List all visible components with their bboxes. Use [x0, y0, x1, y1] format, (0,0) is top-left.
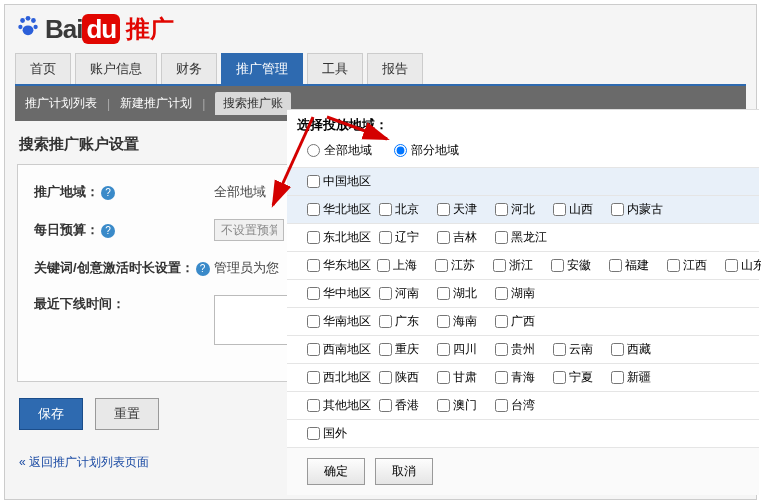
checkbox-region[interactable]: 华中地区 [307, 285, 371, 302]
region-row: 东北地区辽宁吉林黑龙江 [287, 223, 759, 251]
region-row: 华南地区广东海南广西 [287, 307, 759, 335]
reset-button[interactable]: 重置 [95, 398, 159, 430]
value-region: 全部地域 [214, 183, 266, 201]
main-nav: 首页账户信息财务推广管理工具报告 [15, 53, 746, 86]
value-keyword: 管理员为您 [214, 259, 279, 277]
radio-partial-regions[interactable]: 部分地域 [394, 142, 459, 159]
popup-footer: 确定 取消 [287, 447, 759, 495]
checkbox-city[interactable]: 黑龙江 [495, 229, 547, 246]
checkbox-city[interactable]: 香港 [379, 397, 429, 414]
checkbox-foreign[interactable]: 国外 [307, 425, 369, 442]
region-row: 华北地区北京天津河北山西内蒙古 [287, 195, 759, 223]
logo: Baidu 推广 [15, 13, 746, 45]
checkbox-region[interactable]: 华东地区 [307, 257, 369, 274]
checkbox-city[interactable]: 上海 [377, 257, 427, 274]
sub-nav-plan-list[interactable]: 推广计划列表 [25, 95, 97, 112]
svg-point-1 [26, 16, 31, 21]
checkbox-city[interactable]: 广西 [495, 313, 545, 330]
popup-title: 选择投放地域： [287, 110, 759, 138]
main-tab-1[interactable]: 账户信息 [75, 53, 157, 84]
checkbox-city[interactable]: 内蒙古 [611, 201, 663, 218]
svg-point-2 [31, 18, 36, 23]
checkbox-city[interactable]: 河南 [379, 285, 429, 302]
checkbox-region[interactable]: 东北地区 [307, 229, 371, 246]
checkbox-city[interactable]: 四川 [437, 341, 487, 358]
checkbox-city[interactable]: 重庆 [379, 341, 429, 358]
checkbox-city[interactable]: 天津 [437, 201, 487, 218]
paw-icon [15, 14, 41, 44]
checkbox-city[interactable]: 甘肃 [437, 369, 487, 386]
main-tab-5[interactable]: 报告 [367, 53, 423, 84]
main-tab-2[interactable]: 财务 [161, 53, 217, 84]
radio-row: 全部地域 部分地域 [287, 138, 759, 167]
checkbox-region[interactable]: 华北地区 [307, 201, 371, 218]
checkbox-city[interactable]: 安徽 [551, 257, 601, 274]
checkbox-city[interactable]: 青海 [495, 369, 545, 386]
checkbox-city[interactable]: 北京 [379, 201, 429, 218]
checkbox-city[interactable]: 海南 [437, 313, 487, 330]
help-icon[interactable]: ? [101, 224, 115, 238]
save-button[interactable]: 保存 [19, 398, 83, 430]
checkbox-region[interactable]: 其他地区 [307, 397, 371, 414]
main-tab-4[interactable]: 工具 [307, 53, 363, 84]
checkbox-city[interactable]: 陕西 [379, 369, 429, 386]
region-row: 其他地区香港澳门台湾 [287, 391, 759, 419]
svg-point-3 [18, 25, 22, 29]
checkbox-city[interactable]: 江苏 [435, 257, 485, 274]
checkbox-city[interactable]: 宁夏 [553, 369, 603, 386]
checkbox-city[interactable]: 澳门 [437, 397, 487, 414]
checkbox-city[interactable]: 山东 [725, 257, 761, 274]
label-keyword: 关键词/创意激活时长设置：? [34, 259, 214, 277]
checkbox-city[interactable]: 山西 [553, 201, 603, 218]
checkbox-city[interactable]: 福建 [609, 257, 659, 274]
radio-all-regions[interactable]: 全部地域 [307, 142, 372, 159]
label-region: 推广地域：? [34, 183, 214, 201]
region-row-china: 中国地区 [287, 167, 759, 195]
checkbox-region[interactable]: 华南地区 [307, 313, 371, 330]
main-tab-3[interactable]: 推广管理 [221, 53, 303, 84]
region-row: 西南地区重庆四川贵州云南西藏 [287, 335, 759, 363]
help-icon[interactable]: ? [101, 186, 115, 200]
checkbox-city[interactable]: 台湾 [495, 397, 545, 414]
region-row: 西北地区陕西甘肃青海宁夏新疆 [287, 363, 759, 391]
region-row: 华东地区上海江苏浙江安徽福建江西山东 [287, 251, 759, 279]
logo-suffix: 推广 [126, 13, 174, 45]
svg-point-4 [33, 25, 37, 29]
budget-input[interactable] [214, 219, 284, 241]
checkbox-city[interactable]: 吉林 [437, 229, 487, 246]
checkbox-city[interactable]: 西藏 [611, 341, 661, 358]
label-offline: 最近下线时间： [34, 295, 214, 313]
ok-button[interactable]: 确定 [307, 458, 365, 485]
cancel-button[interactable]: 取消 [375, 458, 433, 485]
region-row-foreign: 国外 [287, 419, 759, 447]
checkbox-city[interactable]: 河北 [495, 201, 545, 218]
checkbox-city[interactable]: 贵州 [495, 341, 545, 358]
separator: | [202, 97, 205, 111]
region-popup: 选择投放地域： 全部地域 部分地域 中国地区华北地区北京天津河北山西内蒙古东北地… [287, 109, 759, 495]
checkbox-city[interactable]: 新疆 [611, 369, 661, 386]
checkbox-china-region[interactable]: 中国地区 [307, 173, 371, 190]
checkbox-city[interactable]: 湖北 [437, 285, 487, 302]
sub-nav-search-account[interactable]: 搜索推广账 [215, 92, 291, 115]
checkbox-region[interactable]: 西南地区 [307, 341, 371, 358]
back-link[interactable]: « 返回推广计划列表页面 [19, 454, 149, 471]
checkbox-region[interactable]: 西北地区 [307, 369, 371, 386]
logo-text: Baidu [45, 14, 120, 45]
checkbox-city[interactable]: 辽宁 [379, 229, 429, 246]
checkbox-city[interactable]: 云南 [553, 341, 603, 358]
svg-point-0 [20, 18, 25, 23]
checkbox-city[interactable]: 湖南 [495, 285, 545, 302]
checkbox-city[interactable]: 广东 [379, 313, 429, 330]
sub-nav-new-plan[interactable]: 新建推广计划 [120, 95, 192, 112]
label-budget: 每日预算：? [34, 221, 214, 239]
main-tab-0[interactable]: 首页 [15, 53, 71, 84]
checkbox-city[interactable]: 浙江 [493, 257, 543, 274]
region-row: 华中地区河南湖北湖南 [287, 279, 759, 307]
checkbox-city[interactable]: 江西 [667, 257, 717, 274]
help-icon[interactable]: ? [196, 262, 210, 276]
separator: | [107, 97, 110, 111]
svg-point-5 [23, 25, 34, 35]
